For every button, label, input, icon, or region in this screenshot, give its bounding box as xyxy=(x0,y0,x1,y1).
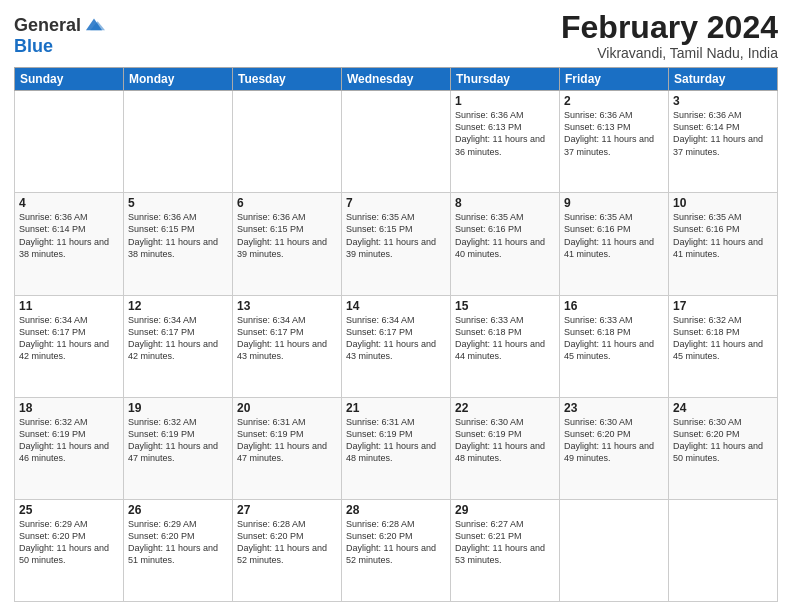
day-number: 12 xyxy=(128,299,228,313)
day-number: 13 xyxy=(237,299,337,313)
cell-info: Sunrise: 6:27 AM Sunset: 6:21 PM Dayligh… xyxy=(455,518,555,567)
day-number: 7 xyxy=(346,196,446,210)
calendar-cell xyxy=(15,91,124,193)
day-number: 26 xyxy=(128,503,228,517)
calendar-cell: 14Sunrise: 6:34 AM Sunset: 6:17 PM Dayli… xyxy=(342,295,451,397)
day-number: 16 xyxy=(564,299,664,313)
weekday-header-thursday: Thursday xyxy=(451,68,560,91)
day-number: 22 xyxy=(455,401,555,415)
cell-info: Sunrise: 6:35 AM Sunset: 6:15 PM Dayligh… xyxy=(346,211,446,260)
cell-info: Sunrise: 6:36 AM Sunset: 6:15 PM Dayligh… xyxy=(237,211,337,260)
cell-info: Sunrise: 6:36 AM Sunset: 6:13 PM Dayligh… xyxy=(564,109,664,158)
calendar-cell: 16Sunrise: 6:33 AM Sunset: 6:18 PM Dayli… xyxy=(560,295,669,397)
calendar-cell: 24Sunrise: 6:30 AM Sunset: 6:20 PM Dayli… xyxy=(669,397,778,499)
calendar-subtitle: Vikravandi, Tamil Nadu, India xyxy=(561,45,778,61)
calendar-cell: 26Sunrise: 6:29 AM Sunset: 6:20 PM Dayli… xyxy=(124,499,233,601)
logo-icon xyxy=(83,14,105,36)
cell-info: Sunrise: 6:31 AM Sunset: 6:19 PM Dayligh… xyxy=(346,416,446,465)
calendar-cell: 27Sunrise: 6:28 AM Sunset: 6:20 PM Dayli… xyxy=(233,499,342,601)
calendar-cell xyxy=(124,91,233,193)
calendar-cell: 15Sunrise: 6:33 AM Sunset: 6:18 PM Dayli… xyxy=(451,295,560,397)
day-number: 28 xyxy=(346,503,446,517)
header: General Blue February 2024 Vikravandi, T… xyxy=(14,10,778,61)
day-number: 11 xyxy=(19,299,119,313)
calendar-cell xyxy=(560,499,669,601)
calendar-cell: 17Sunrise: 6:32 AM Sunset: 6:18 PM Dayli… xyxy=(669,295,778,397)
cell-info: Sunrise: 6:36 AM Sunset: 6:13 PM Dayligh… xyxy=(455,109,555,158)
cell-info: Sunrise: 6:34 AM Sunset: 6:17 PM Dayligh… xyxy=(19,314,119,363)
logo-blue-text: Blue xyxy=(14,36,105,57)
cell-info: Sunrise: 6:35 AM Sunset: 6:16 PM Dayligh… xyxy=(564,211,664,260)
cell-info: Sunrise: 6:30 AM Sunset: 6:20 PM Dayligh… xyxy=(564,416,664,465)
title-block: February 2024 Vikravandi, Tamil Nadu, In… xyxy=(561,10,778,61)
day-number: 27 xyxy=(237,503,337,517)
cell-info: Sunrise: 6:28 AM Sunset: 6:20 PM Dayligh… xyxy=(346,518,446,567)
calendar-cell: 4Sunrise: 6:36 AM Sunset: 6:14 PM Daylig… xyxy=(15,193,124,295)
weekday-header-friday: Friday xyxy=(560,68,669,91)
day-number: 4 xyxy=(19,196,119,210)
calendar-cell: 18Sunrise: 6:32 AM Sunset: 6:19 PM Dayli… xyxy=(15,397,124,499)
cell-info: Sunrise: 6:33 AM Sunset: 6:18 PM Dayligh… xyxy=(455,314,555,363)
calendar-cell: 10Sunrise: 6:35 AM Sunset: 6:16 PM Dayli… xyxy=(669,193,778,295)
cell-info: Sunrise: 6:32 AM Sunset: 6:18 PM Dayligh… xyxy=(673,314,773,363)
logo-general-text: General xyxy=(14,15,81,36)
calendar-cell: 29Sunrise: 6:27 AM Sunset: 6:21 PM Dayli… xyxy=(451,499,560,601)
weekday-header-monday: Monday xyxy=(124,68,233,91)
day-number: 17 xyxy=(673,299,773,313)
cell-info: Sunrise: 6:32 AM Sunset: 6:19 PM Dayligh… xyxy=(19,416,119,465)
calendar-cell: 9Sunrise: 6:35 AM Sunset: 6:16 PM Daylig… xyxy=(560,193,669,295)
calendar-cell xyxy=(233,91,342,193)
calendar-cell: 22Sunrise: 6:30 AM Sunset: 6:19 PM Dayli… xyxy=(451,397,560,499)
day-number: 21 xyxy=(346,401,446,415)
calendar-cell: 1Sunrise: 6:36 AM Sunset: 6:13 PM Daylig… xyxy=(451,91,560,193)
day-number: 29 xyxy=(455,503,555,517)
day-number: 8 xyxy=(455,196,555,210)
day-number: 2 xyxy=(564,94,664,108)
calendar-cell: 3Sunrise: 6:36 AM Sunset: 6:14 PM Daylig… xyxy=(669,91,778,193)
cell-info: Sunrise: 6:32 AM Sunset: 6:19 PM Dayligh… xyxy=(128,416,228,465)
cell-info: Sunrise: 6:28 AM Sunset: 6:20 PM Dayligh… xyxy=(237,518,337,567)
day-number: 1 xyxy=(455,94,555,108)
calendar-cell xyxy=(669,499,778,601)
calendar-cell: 28Sunrise: 6:28 AM Sunset: 6:20 PM Dayli… xyxy=(342,499,451,601)
cell-info: Sunrise: 6:33 AM Sunset: 6:18 PM Dayligh… xyxy=(564,314,664,363)
calendar-body: 1Sunrise: 6:36 AM Sunset: 6:13 PM Daylig… xyxy=(15,91,778,602)
calendar-cell: 6Sunrise: 6:36 AM Sunset: 6:15 PM Daylig… xyxy=(233,193,342,295)
logo: General Blue xyxy=(14,14,105,57)
calendar-cell: 5Sunrise: 6:36 AM Sunset: 6:15 PM Daylig… xyxy=(124,193,233,295)
cell-info: Sunrise: 6:34 AM Sunset: 6:17 PM Dayligh… xyxy=(237,314,337,363)
calendar-week-5: 25Sunrise: 6:29 AM Sunset: 6:20 PM Dayli… xyxy=(15,499,778,601)
day-number: 3 xyxy=(673,94,773,108)
calendar-cell: 21Sunrise: 6:31 AM Sunset: 6:19 PM Dayli… xyxy=(342,397,451,499)
calendar-cell: 20Sunrise: 6:31 AM Sunset: 6:19 PM Dayli… xyxy=(233,397,342,499)
calendar-cell: 23Sunrise: 6:30 AM Sunset: 6:20 PM Dayli… xyxy=(560,397,669,499)
cell-info: Sunrise: 6:36 AM Sunset: 6:14 PM Dayligh… xyxy=(19,211,119,260)
weekday-header-sunday: Sunday xyxy=(15,68,124,91)
cell-info: Sunrise: 6:30 AM Sunset: 6:20 PM Dayligh… xyxy=(673,416,773,465)
day-number: 24 xyxy=(673,401,773,415)
day-number: 19 xyxy=(128,401,228,415)
page: General Blue February 2024 Vikravandi, T… xyxy=(0,0,792,612)
calendar-week-3: 11Sunrise: 6:34 AM Sunset: 6:17 PM Dayli… xyxy=(15,295,778,397)
cell-info: Sunrise: 6:30 AM Sunset: 6:19 PM Dayligh… xyxy=(455,416,555,465)
calendar-cell: 12Sunrise: 6:34 AM Sunset: 6:17 PM Dayli… xyxy=(124,295,233,397)
calendar-cell: 7Sunrise: 6:35 AM Sunset: 6:15 PM Daylig… xyxy=(342,193,451,295)
calendar-cell xyxy=(342,91,451,193)
day-number: 6 xyxy=(237,196,337,210)
day-number: 23 xyxy=(564,401,664,415)
cell-info: Sunrise: 6:31 AM Sunset: 6:19 PM Dayligh… xyxy=(237,416,337,465)
weekday-header-wednesday: Wednesday xyxy=(342,68,451,91)
cell-info: Sunrise: 6:34 AM Sunset: 6:17 PM Dayligh… xyxy=(128,314,228,363)
cell-info: Sunrise: 6:36 AM Sunset: 6:15 PM Dayligh… xyxy=(128,211,228,260)
day-number: 18 xyxy=(19,401,119,415)
calendar-week-1: 1Sunrise: 6:36 AM Sunset: 6:13 PM Daylig… xyxy=(15,91,778,193)
day-number: 5 xyxy=(128,196,228,210)
day-number: 9 xyxy=(564,196,664,210)
calendar-cell: 19Sunrise: 6:32 AM Sunset: 6:19 PM Dayli… xyxy=(124,397,233,499)
weekday-header-saturday: Saturday xyxy=(669,68,778,91)
calendar-cell: 8Sunrise: 6:35 AM Sunset: 6:16 PM Daylig… xyxy=(451,193,560,295)
calendar-cell: 25Sunrise: 6:29 AM Sunset: 6:20 PM Dayli… xyxy=(15,499,124,601)
day-number: 10 xyxy=(673,196,773,210)
cell-info: Sunrise: 6:36 AM Sunset: 6:14 PM Dayligh… xyxy=(673,109,773,158)
calendar-table: SundayMondayTuesdayWednesdayThursdayFrid… xyxy=(14,67,778,602)
